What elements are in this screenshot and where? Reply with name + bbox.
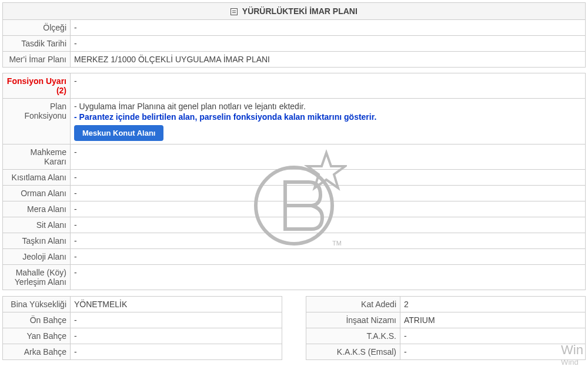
- value-tasdik: -: [71, 36, 586, 52]
- bottom-left-table: Bina Yüksekliği YÖNETMELİK Ön Bahçe - Ya…: [2, 296, 282, 360]
- plan-note-1: - Uygulama İmar Planına ait genel plan n…: [74, 102, 582, 111]
- label-insaat-nizami: İnşaat Nizamı: [306, 312, 400, 328]
- table-row: Mer'i İmar Planı MERKEZ 1/1000 ÖLÇEKLİ U…: [3, 52, 586, 68]
- value-mahkeme: -: [71, 144, 586, 170]
- value-orman: -: [71, 186, 586, 201]
- label-kaks: K.A.K.S (Emsal): [306, 344, 400, 360]
- value-insaat-nizami: ATRIUM: [400, 312, 586, 328]
- label-orman: Orman Alanı: [3, 186, 71, 201]
- warning-label-text: Fonsiyon Uyarı (2): [7, 76, 66, 95]
- meskun-konut-button[interactable]: Meskun Konut Alanı: [74, 125, 163, 141]
- table-row: Sit Alanı -: [3, 217, 586, 233]
- label-kat-adedi: Kat Adedi: [306, 297, 400, 312]
- table-row: Kat Adedi 2: [306, 297, 586, 312]
- warning-label-main: Fonsiyon Uyarı: [7, 76, 66, 86]
- table-row: Kısıtlama Alanı -: [3, 170, 586, 186]
- label-kisitlama: Kısıtlama Alanı: [3, 170, 71, 186]
- value-olcegi: -: [71, 20, 586, 36]
- table-row-warning: Fonsiyon Uyarı (2) -: [3, 73, 586, 99]
- warning-label-sup: (2): [56, 86, 66, 95]
- label-jeoloji: Jeoloji Alanı: [3, 249, 71, 265]
- value-on-bahce: -: [71, 312, 282, 328]
- table-row: Taşkın Alanı -: [3, 233, 586, 249]
- table-row: Jeoloji Alanı -: [3, 249, 586, 265]
- label-on-bahce: Ön Bahçe: [3, 312, 71, 328]
- label-mahalle: Mahalle (Köy) Yerleşim Alanı: [3, 265, 71, 290]
- mid-table: Fonsiyon Uyarı (2) - Plan Fonksiyonu - U…: [2, 73, 586, 290]
- top-table: Ölçeği - Tasdik Tarihi - Mer'i İmar Plan…: [2, 19, 586, 68]
- table-row: Mahalle (Köy) Yerleşim Alanı -: [3, 265, 586, 290]
- label-bina: Bina Yüksekliği: [3, 297, 71, 312]
- value-bina: YÖNETMELİK: [71, 297, 282, 312]
- table-row: Ölçeği -: [3, 20, 586, 36]
- plan-note-2: - Parantez içinde belirtilen alan, parse…: [74, 112, 582, 122]
- label-fonsiyon-uyari: Fonsiyon Uyarı (2): [3, 73, 71, 99]
- label-arka-bahce: Arka Bahçe: [3, 344, 71, 360]
- table-row: Ön Bahçe -: [3, 312, 282, 328]
- table-row: Tasdik Tarihi -: [3, 36, 586, 52]
- label-mera: Mera Alanı: [3, 201, 71, 217]
- value-taskin: -: [71, 233, 586, 249]
- bottom-right-col: Kat Adedi 2 İnşaat Nizamı ATRIUM T.A.K.S…: [306, 296, 586, 360]
- section-title: YÜRÜRLÜKTEKİ İMAR PLANI: [2, 2, 586, 20]
- value-fonsiyon-uyari: -: [71, 73, 586, 99]
- bottom-right-table: Kat Adedi 2 İnşaat Nizamı ATRIUM T.A.K.S…: [306, 296, 586, 360]
- value-mera: -: [71, 201, 586, 217]
- table-row-plan-fonk: Plan Fonksiyonu - Uygulama İmar Planına …: [3, 99, 586, 144]
- label-taskin: Taşkın Alanı: [3, 233, 71, 249]
- table-row: Yan Bahçe -: [3, 328, 282, 344]
- table-row: Orman Alanı -: [3, 186, 586, 201]
- table-row: Mera Alanı -: [3, 201, 586, 217]
- table-row: İnşaat Nizamı ATRIUM: [306, 312, 586, 328]
- value-jeoloji: -: [71, 249, 586, 265]
- value-kat-adedi: 2: [400, 297, 586, 312]
- label-sit: Sit Alanı: [3, 217, 71, 233]
- form-icon: [230, 8, 238, 15]
- label-yan-bahce: Yan Bahçe: [3, 328, 71, 344]
- section-title-text: YÜRÜRLÜKTEKİ İMAR PLANI: [242, 6, 358, 16]
- table-row: K.A.K.S (Emsal) -: [306, 344, 586, 360]
- label-olcegi: Ölçeği: [3, 20, 71, 36]
- value-kaks: -: [400, 344, 586, 360]
- label-taks: T.A.K.S.: [306, 328, 400, 344]
- table-row: T.A.K.S. -: [306, 328, 586, 344]
- value-arka-bahce: -: [71, 344, 282, 360]
- value-plan-fonk: - Uygulama İmar Planına ait genel plan n…: [71, 99, 586, 144]
- label-mahkeme: Mahkeme Kararı: [3, 144, 71, 170]
- table-row: Bina Yüksekliği YÖNETMELİK: [3, 297, 282, 312]
- value-kisitlama: -: [71, 170, 586, 186]
- table-row: Arka Bahçe -: [3, 344, 282, 360]
- bottom-left-col: Bina Yüksekliği YÖNETMELİK Ön Bahçe - Ya…: [2, 296, 282, 360]
- label-meri: Mer'i İmar Planı: [3, 52, 71, 68]
- value-taks: -: [400, 328, 586, 344]
- bottom-row: Bina Yüksekliği YÖNETMELİK Ön Bahçe - Ya…: [2, 296, 586, 360]
- value-meri: MERKEZ 1/1000 ÖLÇEKLİ UYGULAMA İMAR PLAN…: [71, 52, 586, 68]
- table-row: Mahkeme Kararı -: [3, 144, 586, 170]
- value-sit: -: [71, 217, 586, 233]
- label-plan-fonk: Plan Fonksiyonu: [3, 99, 71, 144]
- value-yan-bahce: -: [71, 328, 282, 344]
- label-tasdik: Tasdik Tarihi: [3, 36, 71, 52]
- value-mahalle: -: [71, 265, 586, 290]
